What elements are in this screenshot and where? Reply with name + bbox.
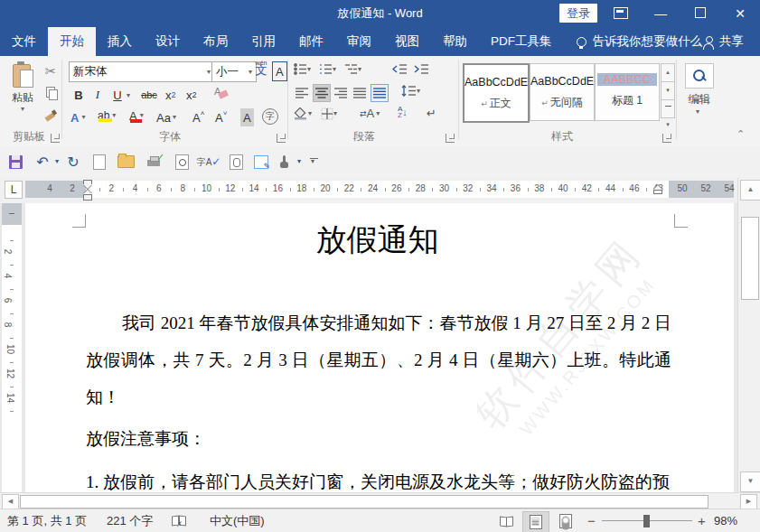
language-status[interactable]: 中文(中国): [210, 509, 265, 532]
superscript-button[interactable]: x2: [186, 86, 197, 104]
align-right-button[interactable]: [333, 85, 349, 101]
tab-PDF工具集[interactable]: PDF工具集: [479, 27, 564, 56]
font-dialog-launcher-icon[interactable]: [277, 134, 286, 143]
vertical-ruler[interactable]: 2468101214: [2, 203, 22, 492]
read-mode-button[interactable]: [493, 511, 519, 531]
italic-button[interactable]: I: [92, 86, 103, 104]
zoom-out-button[interactable]: −: [587, 509, 596, 532]
ribbon-display-options-button[interactable]: [601, 0, 641, 27]
underline-button[interactable]: U: [112, 86, 123, 104]
bullet-list-button[interactable]: ▾: [294, 63, 311, 75]
quick-print-button[interactable]: ✓: [141, 151, 166, 173]
justify-button[interactable]: [352, 85, 368, 101]
zoom-slider-thumb[interactable]: [643, 515, 650, 527]
print-preview-button[interactable]: [170, 151, 193, 173]
open-button[interactable]: [114, 151, 137, 173]
text-effects-button[interactable]: A▾: [70, 108, 85, 126]
paste-dropdown-caret[interactable]: ▾: [5, 106, 40, 113]
sort-button[interactable]: AZ↓: [398, 106, 408, 118]
spelling-grammar-button[interactable]: 字A✓: [195, 151, 222, 173]
scroll-up-button[interactable]: ▲: [740, 180, 760, 201]
style-card-normal[interactable]: AaBbCcDdE 正文: [463, 63, 530, 123]
scroll-down-button[interactable]: ▼: [740, 471, 760, 492]
scroll-right-button[interactable]: ▶: [740, 494, 757, 509]
horizontal-scrollbar[interactable]: ◀ ▶: [0, 492, 760, 509]
tab-stop-selector[interactable]: L: [5, 181, 23, 199]
cut-button[interactable]: ✂: [42, 63, 60, 79]
borders-button[interactable]: ▾: [321, 107, 337, 120]
tab-开始[interactable]: 开始: [48, 27, 96, 56]
decrease-indent-button[interactable]: [392, 63, 408, 75]
tab-视图[interactable]: 视图: [383, 27, 431, 56]
customize-qat-button[interactable]: [307, 151, 322, 173]
shrink-font-button[interactable]: A˅: [215, 108, 227, 126]
tab-邮件[interactable]: 邮件: [287, 27, 335, 56]
attach-button[interactable]: [224, 151, 248, 173]
minimize-button[interactable]: —: [641, 0, 680, 27]
styles-gallery-down-button[interactable]: ▾: [661, 81, 675, 100]
increase-indent-button[interactable]: [414, 63, 429, 75]
right-indent-marker[interactable]: [653, 185, 662, 200]
styles-dialog-launcher-icon[interactable]: [662, 134, 671, 143]
character-border-button[interactable]: A: [272, 61, 287, 81]
multilevel-list-button[interactable]: ▾: [344, 63, 361, 75]
paste-button[interactable]: 粘贴 ▾: [5, 61, 40, 139]
horizontal-ruler[interactable]: 2468101214161820222426283032343638404244…: [25, 181, 734, 198]
tab-布局[interactable]: 布局: [192, 27, 239, 56]
touch-mode-button[interactable]: [275, 151, 295, 173]
tab-帮助[interactable]: 帮助: [431, 27, 479, 56]
edit-table-button[interactable]: [249, 151, 273, 173]
print-layout-button[interactable]: [522, 511, 549, 532]
maximize-button[interactable]: [680, 0, 720, 27]
bold-button[interactable]: B: [72, 86, 85, 104]
find-button[interactable]: [685, 63, 714, 89]
scroll-left-button[interactable]: ◀: [2, 494, 19, 509]
undo-caret[interactable]: ▾: [52, 151, 61, 173]
horizontal-scroll-thumb[interactable]: [20, 495, 708, 509]
styles-gallery-up-button[interactable]: ▴: [661, 63, 675, 82]
new-document-button[interactable]: [89, 151, 110, 173]
paragraph-dialog-launcher-icon[interactable]: [446, 134, 455, 143]
font-name-combo[interactable]: 新宋体▾: [69, 61, 215, 82]
document-page[interactable]: 软件自学网 WWW.RJZXW.COM 放假通知 我司 2021 年春节放假具体…: [25, 203, 734, 492]
tab-插入[interactable]: 插入: [96, 27, 144, 56]
subscript-button[interactable]: x2: [165, 86, 176, 104]
align-center-button[interactable]: [313, 84, 331, 102]
styles-gallery-more-button[interactable]: ▾: [661, 99, 675, 118]
undo-button[interactable]: ↶: [31, 151, 54, 173]
collapse-ribbon-button[interactable]: ⌃: [737, 128, 745, 140]
line-spacing-button[interactable]: ▾: [401, 85, 420, 97]
touch-mode-caret[interactable]: ▾: [295, 151, 304, 173]
word-count[interactable]: 221 个字: [107, 509, 153, 532]
share-button[interactable]: 共享: [703, 27, 760, 56]
vertical-scroll-thumb[interactable]: [741, 217, 759, 300]
highlight-color-button[interactable]: ab▾: [98, 107, 116, 125]
zoom-level[interactable]: 98%: [714, 509, 737, 532]
font-color-button[interactable]: A▾: [129, 107, 144, 125]
style-card-no-spacing[interactable]: AaBbCcDdE 无间隔: [530, 63, 595, 121]
web-layout-button[interactable]: [553, 511, 578, 531]
show-marks-button[interactable]: ↵: [427, 107, 436, 120]
close-button[interactable]: ✕: [720, 0, 760, 27]
first-line-indent-marker[interactable]: [83, 180, 92, 188]
clear-formatting-button[interactable]: [212, 86, 230, 102]
left-indent-marker[interactable]: [83, 190, 92, 204]
redo-button[interactable]: ↻: [61, 151, 85, 173]
change-case-button[interactable]: Aa▾: [156, 108, 176, 126]
zoom-in-button[interactable]: +: [698, 509, 706, 532]
tab-引用[interactable]: 引用: [239, 27, 287, 56]
editing-dropdown-caret[interactable]: ▾: [696, 108, 699, 116]
vertical-scrollbar[interactable]: ▲ ▼: [737, 178, 760, 492]
numbered-list-button[interactable]: ▾: [319, 63, 336, 75]
underline-caret[interactable]: ▾: [127, 92, 130, 99]
style-card-heading1[interactable]: AABBCC 标题 1: [595, 63, 660, 121]
page-info[interactable]: 第 1 页, 共 1 页: [7, 509, 87, 532]
font-size-combo[interactable]: 小一▾: [211, 61, 257, 82]
tab-文件[interactable]: 文件: [0, 27, 48, 56]
shading-button[interactable]: ▾: [294, 107, 312, 120]
tell-me-box[interactable]: 告诉我你想要做什么: [577, 27, 703, 56]
enclose-characters-button[interactable]: 字: [262, 108, 278, 125]
character-shading-button[interactable]: A: [240, 108, 254, 126]
tab-审阅[interactable]: 审阅: [335, 27, 383, 56]
phonetic-guide-button[interactable]: wén文: [253, 61, 269, 79]
